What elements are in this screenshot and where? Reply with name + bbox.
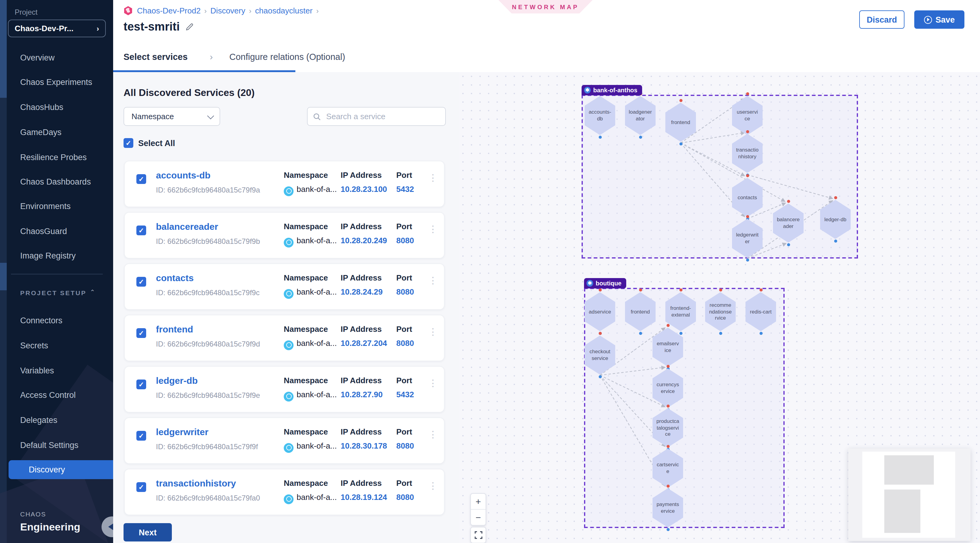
col-namespace: Namespace (284, 170, 328, 180)
ingress-dot (666, 445, 669, 448)
map-node-checkoutservice[interactable]: checkoutservice (585, 335, 615, 375)
map-node-redis-cart[interactable]: redis-cart (746, 292, 776, 331)
fullscreen-button[interactable] (471, 527, 485, 543)
ip-value[interactable]: 10.28.20.249 (340, 236, 387, 245)
ip-value[interactable]: 10.28.24.29 (340, 287, 382, 296)
map-fullscreen-toolbar (470, 527, 486, 543)
map-node-paymentservice[interactable]: paymentservice (652, 488, 683, 527)
sidebar-item-chaos-experiments[interactable]: Chaos Experiments (0, 70, 113, 94)
service-search (307, 107, 446, 126)
map-node-ledger-db[interactable]: ledger-db (820, 200, 851, 239)
service-checkbox[interactable]: ✓ (136, 277, 146, 287)
sidebar-item-discovery[interactable]: Discovery (9, 460, 113, 479)
breadcrumb-project[interactable]: Chaos-Dev-Prod2 (137, 6, 200, 15)
map-node-emailservice[interactable]: emailservice (652, 327, 683, 367)
row-menu-kebab-icon[interactable]: ⋮ (428, 175, 438, 193)
service-card: ✓ ledgerwriter ID: 662b6c9fcb96480a15c79… (124, 418, 445, 464)
breadcrumb-cluster[interactable]: chaosdaycluster (255, 6, 312, 15)
project-name: Chaos-Dev-Pr... (15, 24, 73, 33)
map-node-balancereader[interactable]: balancereader (773, 203, 803, 243)
chevron-right-icon: › (97, 24, 99, 33)
sidebar-item-access-control[interactable]: Access Control (0, 383, 113, 407)
row-menu-kebab-icon[interactable]: ⋮ (428, 380, 438, 399)
service-checkbox[interactable]: ✓ (136, 431, 146, 441)
map-node-adservice[interactable]: adservice (585, 292, 615, 331)
map-node-productcatalogservice[interactable]: productcatalogservice (652, 408, 683, 447)
col-ip: IP Address (340, 376, 382, 385)
row-menu-kebab-icon[interactable]: ⋮ (428, 226, 438, 245)
tab-select-services[interactable]: Select services (124, 41, 188, 72)
service-checkbox[interactable]: ✓ (136, 174, 146, 184)
search-input[interactable] (325, 111, 440, 122)
sidebar-item-delegates[interactable]: Delegates (0, 408, 113, 432)
service-checkbox[interactable]: ✓ (136, 225, 146, 235)
map-node-currencyservice[interactable]: currencyservice (652, 368, 683, 408)
map-node-frontend[interactable]: frontend (665, 103, 696, 142)
project-selector[interactable]: Chaos-Dev-Pr... › (8, 19, 106, 37)
service-checkbox[interactable]: ✓ (136, 482, 146, 492)
row-menu-kebab-icon[interactable]: ⋮ (428, 278, 438, 296)
service-name-link[interactable]: ledgerwriter (156, 427, 208, 437)
ingress-dot (719, 289, 722, 292)
sidebar-item-gamedays[interactable]: GameDays (0, 120, 113, 144)
namespace-filter-dropdown[interactable]: Namespace (124, 107, 220, 126)
port-value: 5432 (396, 184, 414, 194)
network-map-canvas[interactable]: ✱ bank-of-anthos accounts-db loadgenerat… (459, 72, 980, 543)
sidebar-item-connectors[interactable]: Connectors (0, 308, 113, 332)
cluster-badge-bank-of-anthos[interactable]: ✱ bank-of-anthos (582, 85, 642, 95)
map-minimap[interactable] (848, 449, 970, 541)
namespace-icon (284, 443, 294, 452)
row-menu-kebab-icon[interactable]: ⋮ (428, 432, 438, 450)
project-setup-label[interactable]: PROJECT SETUP (20, 289, 86, 296)
service-name-link[interactable]: contacts (156, 273, 194, 283)
service-checkbox[interactable]: ✓ (136, 379, 146, 389)
ingress-dot (666, 405, 669, 408)
ip-value[interactable]: 10.28.23.100 (340, 184, 387, 194)
cluster-badge-boutique[interactable]: ✱ boutique (584, 278, 626, 289)
namespace-value: bank-of-a... (297, 236, 337, 245)
sidebar-item-chaosguard[interactable]: ChaosGuard (0, 219, 113, 243)
ip-value[interactable]: 10.28.19.124 (340, 492, 387, 502)
map-node-ledgerwriter[interactable]: ledgerwriter (732, 219, 763, 258)
map-node-accounts-db[interactable]: accounts-db (585, 96, 615, 135)
service-name-link[interactable]: ledger-db (156, 375, 198, 386)
sidebar-item-image-registry[interactable]: Image Registry (0, 243, 113, 268)
tab-configure-relations[interactable]: Configure relations (Optional) (229, 41, 345, 72)
map-node-recommendationservice[interactable]: recommendationservice (705, 292, 736, 331)
zoom-in-button[interactable]: + (471, 494, 485, 509)
sidebar-item-chaos-dashboards[interactable]: Chaos Dashboards (0, 169, 113, 194)
row-menu-kebab-icon[interactable]: ⋮ (428, 483, 438, 501)
edit-pencil-icon[interactable] (185, 22, 194, 31)
egress-dot (639, 136, 642, 139)
discard-button[interactable]: Discard (859, 10, 904, 29)
map-node-frontend-external[interactable]: frontend-external (665, 292, 696, 331)
select-all-checkbox[interactable]: ✓ (124, 138, 133, 148)
sidebar-item-environments[interactable]: Environments (0, 194, 113, 218)
sidebar-item-overview[interactable]: Overview (0, 45, 113, 70)
zoom-out-button[interactable]: − (471, 509, 485, 525)
chevron-up-icon[interactable]: ⌄ (90, 289, 95, 295)
row-menu-kebab-icon[interactable]: ⋮ (428, 329, 438, 347)
map-node-userservice[interactable]: userservice (732, 96, 763, 135)
map-node-contacts[interactable]: contacts (732, 178, 763, 217)
save-button[interactable]: Save (914, 10, 964, 29)
next-button[interactable]: Next (124, 523, 172, 541)
service-name-link[interactable]: accounts-db (156, 170, 210, 180)
map-node-transactionhistory[interactable]: transactionhistory (732, 134, 763, 173)
map-node-loadgenerator[interactable]: loadgenerator (625, 96, 655, 135)
sidebar-item-variables[interactable]: Variables (0, 358, 113, 383)
service-checkbox[interactable]: ✓ (136, 328, 146, 338)
service-name-link[interactable]: balancereader (156, 221, 218, 232)
ip-value[interactable]: 10.28.30.178 (340, 441, 387, 451)
service-name-link[interactable]: frontend (156, 324, 193, 334)
breadcrumb-discovery[interactable]: Discovery (210, 6, 245, 15)
map-node-cartservice[interactable]: cartservice (652, 449, 683, 488)
map-node-frontend-boutique[interactable]: frontend (625, 292, 655, 331)
ip-value[interactable]: 10.28.27.90 (340, 390, 382, 399)
sidebar-item-chaoshubs[interactable]: ChaosHubs (0, 95, 113, 119)
sidebar-item-resilience-probes[interactable]: Resilience Probes (0, 145, 113, 169)
ip-value[interactable]: 10.28.27.204 (340, 338, 387, 348)
service-name-link[interactable]: transactionhistory (156, 478, 236, 488)
sidebar-item-default-settings[interactable]: Default Settings (0, 433, 113, 457)
sidebar-item-secrets[interactable]: Secrets (0, 333, 113, 357)
